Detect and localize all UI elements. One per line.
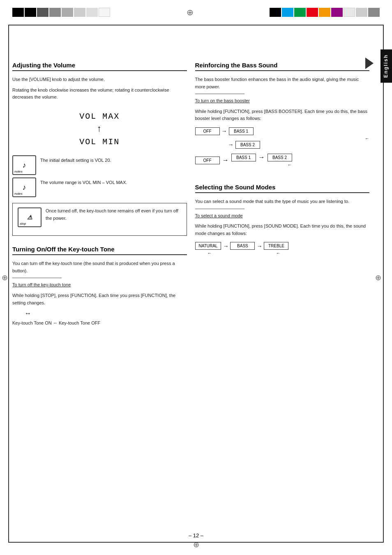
left-column: Adjusting the Volume Use the [VOLUME] kn… [12,62,187,330]
bass-vis-off: OFF [195,157,220,164]
top-bar: ⊕ [0,0,392,25]
key-touch-body2: While holding [STOP], press [FUNCTION]. … [12,292,187,306]
sound-modes-section: Selecting the Sound Modes You can select… [195,184,370,256]
key-touch-title: Turning On/Off the Key-touch Tone [12,246,187,255]
adjusting-volume-body2: Rotating the knob clockwise increases th… [12,87,187,101]
bass-flow-return: ← [365,136,369,141]
note1-row: ♪ notes The initial default setting is V… [12,155,187,175]
bass-flow-off: OFF [195,127,220,135]
bass-sound-section: Reinforcing the Bass Sound The bass boos… [195,62,370,167]
bass-flow-arrow1: → [221,128,227,134]
bass-flow-row2: → BASS 2 [228,141,370,149]
notes-icon-2: ♪ notes [12,177,36,197]
page-number: – 12 – [189,532,203,539]
sound-flow-natural: NATURAL [195,242,221,250]
sound-modes-body2: While holding [FUNCTION], press [SOUND M… [195,223,370,237]
caution-box: ⚠ stop Once turned off, the key-touch to… [12,203,187,236]
bass-sound-body1: The bass booster function enhances the b… [195,76,370,90]
vol-max-text: VOL MAX [12,109,187,124]
note2-row: ♪ notes The volume range is VOL MIN – VO… [12,177,187,197]
key-touch-body1: You can turn off the key-touch tone (the… [12,260,187,274]
key-touch-body3: Key-touch Tone ON ↔ Key-touch Tone OFF [12,320,187,327]
adjusting-volume-body1: Use the [VOLUME] knob to adjust the volu… [12,76,187,83]
bass-vis-b1: BASS 1 [231,154,256,161]
caution-text: Once turned off, the key-touch tone rema… [46,207,182,222]
language-tab: English [380,49,392,83]
bottom-crosshair: ⊕ [193,540,199,549]
key-touch-section: Turning On/Off the Key-touch Tone You ca… [12,246,187,327]
bass-flow-visual: OFF → BASS 1 → BASS 2 ← [195,154,370,167]
sound-flow-treble: TREBLE [264,242,288,250]
key-touch-separator [12,278,62,278]
bass-vis-return: ← [288,162,292,167]
sound-modes-body1: You can select a sound mode that suits t… [195,198,370,205]
sound-flow-arrow2: → [256,243,262,249]
left-crosshair: ⊕ [2,273,8,282]
color-strip-right [270,8,380,17]
top-center-crosshair: ⊕ [187,7,194,17]
bass-separator [195,94,244,94]
bass-flow-bass1: BASS 1 [229,127,254,135]
right-crosshair: ⊕ [375,273,381,282]
note1-text: The initial default setting is VOL 20. [40,157,187,164]
sound-modes-flow: NATURAL → BASS → TREBLE ← ← [195,242,370,256]
vol-min-text: VOL MIN [12,135,187,150]
notes-icon-1: ♪ notes [12,155,36,175]
bass-sound-title: Reinforcing the Bass Sound [195,62,370,71]
key-touch-underline: To turn off the key-touch tone [12,281,187,289]
color-strip-left [12,8,110,17]
sound-flow-return1: ← [208,251,212,256]
sound-flow-bass: BASS [230,242,255,250]
sound-modes-flow-row1: NATURAL → BASS → TREBLE [195,242,370,250]
bass-flow-arrow2: → [228,141,234,148]
bass-vis-arrow1: → [222,157,229,164]
sound-flow-arrow1: → [223,243,228,249]
bass-flow-bass2: BASS 2 [235,141,260,149]
sound-modes-separator [195,209,244,209]
sound-flow-return2: ← [276,251,281,256]
bass-vis-arrow2: → [258,154,265,161]
bass-flow: OFF → BASS 1 ← → BASS 2 [195,127,370,149]
adjusting-volume-section: Adjusting the Volume Use the [VOLUME] kn… [12,62,187,236]
sound-modes-title: Selecting the Sound Modes [195,184,370,193]
double-arrow-row: ↔ [25,310,187,317]
page-border-top [8,25,384,25]
bass-vis-b2: BASS 2 [267,154,292,161]
stop-icon: ⚠ stop [18,207,42,227]
sound-modes-underline: To select a sound mode [195,212,370,220]
bass-flow-row: OFF → BASS 1 [195,127,370,135]
right-column: Reinforcing the Bass Sound The bass boos… [195,62,370,330]
vol-up-arrow: ↑ [12,124,187,135]
vol-display: VOL MAX ↑ VOL MIN [12,109,187,150]
adjusting-volume-title: Adjusting the Volume [12,62,187,71]
note2-text: The volume range is VOL MIN – VOL MAX. [40,179,187,187]
page-border-left [8,25,9,543]
double-arrow-icon: ↔ [25,310,31,317]
page-border-right [383,25,384,543]
main-content: Adjusting the Volume Use the [VOLUME] kn… [12,29,369,539]
bass-body2: While holding [FUNCTION], press [BASS BO… [195,108,370,122]
bass-underline: To turn on the bass booster [195,97,370,105]
